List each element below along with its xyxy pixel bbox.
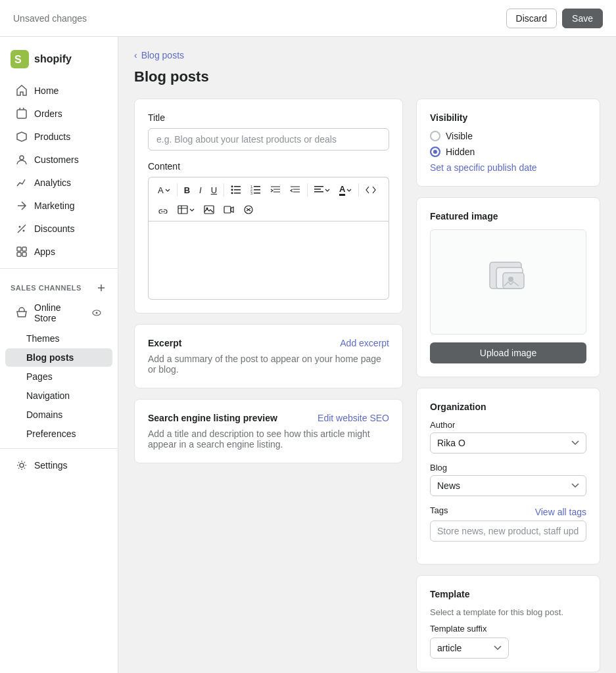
- outdent-button[interactable]: [286, 183, 304, 197]
- sidebar-subitem-pages[interactable]: Pages: [5, 367, 112, 386]
- link-button[interactable]: [154, 202, 172, 217]
- topbar-left: Unsaved changes: [13, 13, 87, 24]
- indent-button[interactable]: [266, 183, 285, 197]
- orders-icon: [16, 108, 28, 120]
- seo-header: Search engine listing preview Edit websi…: [148, 413, 389, 423]
- discounts-icon: [16, 223, 28, 235]
- content-label: Content: [148, 161, 389, 172]
- svg-rect-20: [254, 189, 260, 191]
- table-button[interactable]: [174, 202, 199, 217]
- organization-title: Organization: [430, 402, 586, 412]
- sidebar-subitem-themes[interactable]: Themes: [5, 329, 112, 348]
- blog-select[interactable]: News: [430, 475, 586, 496]
- sidebar-item-orders[interactable]: Orders: [5, 103, 112, 125]
- sidebar-item-apps[interactable]: Apps: [5, 241, 112, 263]
- save-button-top[interactable]: Save: [562, 9, 603, 28]
- svg-rect-28: [178, 206, 187, 214]
- visibility-visible-option[interactable]: Visible: [430, 131, 586, 141]
- visible-label: Visible: [446, 131, 473, 141]
- svg-rect-25: [314, 186, 323, 187]
- topbar-actions: Discard Save: [506, 9, 603, 28]
- editor-area[interactable]: [148, 221, 389, 300]
- settings-icon: [16, 459, 28, 471]
- template-suffix-label: Template suffix: [430, 624, 586, 634]
- sidebar-item-discounts[interactable]: Discounts: [5, 218, 112, 240]
- ordered-list-button[interactable]: 1.2.3.: [247, 183, 265, 197]
- svg-point-17: [231, 189, 233, 191]
- toolbar-sep-2: [224, 183, 224, 197]
- svg-rect-27: [314, 191, 323, 193]
- svg-rect-19: [254, 186, 260, 187]
- apps-icon: [16, 246, 28, 258]
- template-suffix-select[interactable]: article: [430, 638, 509, 659]
- sidebar-subitem-preferences[interactable]: Preferences: [5, 425, 112, 443]
- clear-format-button[interactable]: [239, 202, 258, 217]
- svg-text:S: S: [14, 54, 22, 65]
- sidebar-item-analytics-label: Analytics: [34, 177, 71, 188]
- svg-rect-29: [204, 206, 214, 214]
- online-store-label: Online Store: [34, 302, 85, 323]
- underline-button[interactable]: U: [207, 183, 221, 198]
- sidebar-item-home[interactable]: Home: [5, 80, 112, 102]
- code-button[interactable]: [362, 183, 380, 197]
- sidebar-item-products[interactable]: Products: [5, 126, 112, 148]
- bold-button[interactable]: B: [180, 183, 194, 198]
- unordered-list-button[interactable]: [227, 183, 245, 197]
- italic-button[interactable]: I: [195, 183, 206, 198]
- visibility-title: Visibility: [430, 112, 586, 123]
- toolbar-sep-3: [307, 183, 308, 197]
- sidebar-item-marketing[interactable]: Marketing: [5, 195, 112, 217]
- svg-rect-35: [503, 273, 524, 289]
- visible-radio[interactable]: [430, 131, 440, 141]
- svg-rect-9: [22, 252, 26, 256]
- title-input[interactable]: [148, 128, 389, 151]
- font-size-button[interactable]: A: [154, 183, 174, 198]
- svg-point-4: [19, 226, 21, 228]
- image-placeholder: [482, 252, 534, 304]
- upload-image-button[interactable]: Upload image: [430, 342, 586, 363]
- svg-rect-13: [234, 186, 241, 187]
- edit-seo-button[interactable]: Edit website SEO: [318, 413, 389, 423]
- link-icon: [158, 206, 168, 214]
- text-color-button[interactable]: A: [335, 181, 356, 198]
- featured-image-area: [430, 229, 586, 335]
- publish-date-link[interactable]: Set a specific publish date: [430, 162, 586, 173]
- hidden-radio[interactable]: [430, 147, 440, 157]
- sidebar-subitem-blog-posts[interactable]: Blog posts: [5, 348, 112, 367]
- sidebar-subitem-domains[interactable]: Domains: [5, 406, 112, 424]
- align-button[interactable]: [310, 183, 334, 197]
- underline-label: U: [211, 185, 217, 195]
- sidebar-item-settings[interactable]: Settings: [5, 454, 112, 476]
- breadcrumb[interactable]: ‹ Blog posts: [134, 50, 600, 60]
- sidebar-subitem-navigation[interactable]: Navigation: [5, 386, 112, 405]
- ordered-list-icon: 1.2.3.: [250, 185, 261, 195]
- view-all-tags-link[interactable]: View all tags: [535, 507, 586, 517]
- svg-point-3: [20, 156, 24, 160]
- sidebar-item-online-store[interactable]: Online Store: [5, 297, 112, 329]
- sidebar-item-analytics[interactable]: Analytics: [5, 172, 112, 194]
- visibility-hidden-option[interactable]: Hidden: [430, 147, 586, 157]
- author-select[interactable]: Rika O: [430, 432, 586, 453]
- sidebar-item-customers[interactable]: Customers: [5, 149, 112, 171]
- svg-point-18: [231, 192, 233, 194]
- sales-channels-label: SALES CHANNELS: [11, 284, 82, 292]
- seo-title: Search engine listing preview: [148, 413, 277, 423]
- preview-icon[interactable]: [91, 308, 102, 318]
- svg-rect-14: [234, 189, 241, 191]
- video-button[interactable]: [220, 202, 238, 217]
- add-excerpt-button[interactable]: Add excerpt: [340, 338, 389, 348]
- sidebar-item-products-label: Products: [34, 131, 70, 142]
- video-icon: [224, 205, 234, 214]
- logo: S shopify: [0, 45, 118, 79]
- image-button[interactable]: [200, 202, 218, 217]
- toolbar-sep-1: [177, 183, 178, 197]
- svg-point-11: [96, 312, 98, 314]
- discard-button[interactable]: Discard: [506, 9, 557, 28]
- products-icon: [16, 131, 28, 143]
- add-channel-icon[interactable]: [95, 282, 107, 294]
- organization-card: Organization Author Rika O Blog News: [416, 388, 600, 565]
- title-content-card: Title Content A B I U: [134, 99, 403, 313]
- excerpt-title: Excerpt: [148, 338, 181, 348]
- tags-input[interactable]: [430, 521, 586, 542]
- text-color-dropdown-icon: [346, 189, 352, 192]
